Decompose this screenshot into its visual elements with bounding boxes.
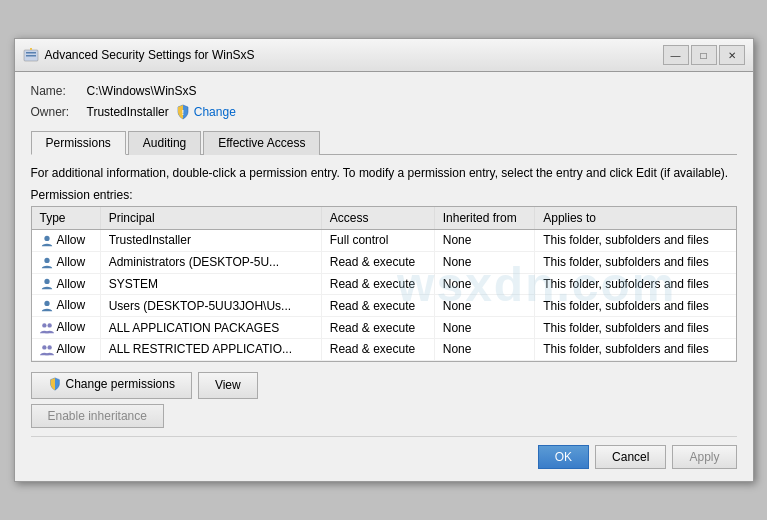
cell-type: Allow	[32, 295, 101, 317]
table-row[interactable]: AllowALL RESTRICTED APPLICATIO...Read & …	[32, 339, 736, 361]
cell-type: Allow	[32, 339, 101, 361]
shield-uac-icon: !	[175, 104, 191, 120]
table-row[interactable]: AllowAdministrators (DESKTOP-5U...Read &…	[32, 251, 736, 273]
title-buttons: — □ ✕	[663, 45, 745, 65]
shield-btn-icon	[48, 377, 62, 391]
title-bar: Advanced Security Settings for WinSxS — …	[15, 39, 753, 72]
table-header-row: Type Principal Access Inherited from App…	[32, 207, 736, 230]
enable-inheritance-button[interactable]: Enable inheritance	[31, 404, 164, 428]
apply-button[interactable]: Apply	[672, 445, 736, 469]
cell-access: Read & execute	[321, 339, 434, 361]
change-owner-link[interactable]: ! Change	[175, 104, 236, 120]
cell-type: Allow	[32, 251, 101, 273]
cell-type: Allow	[32, 229, 101, 251]
svg-point-5	[44, 235, 49, 240]
col-type: Type	[32, 207, 101, 230]
change-permissions-button[interactable]: Change permissions	[31, 372, 192, 399]
description-text: For additional information, double-click…	[31, 165, 737, 182]
name-label: Name:	[31, 84, 87, 98]
cell-inherited: None	[434, 339, 534, 361]
user-icon	[40, 234, 54, 248]
bottom-buttons: Change permissions View Enable inheritan…	[31, 372, 737, 428]
permissions-table: Type Principal Access Inherited from App…	[32, 207, 736, 361]
group-icon	[40, 343, 54, 357]
window-icon	[23, 47, 39, 63]
user-icon	[40, 299, 54, 313]
svg-point-3	[30, 48, 32, 50]
svg-point-12	[47, 345, 51, 349]
table-row[interactable]: AllowALL APPLICATION PACKAGESRead & exec…	[32, 317, 736, 339]
maximize-button[interactable]: □	[691, 45, 717, 65]
cell-applies: This folder, subfolders and files	[535, 339, 736, 361]
cancel-button[interactable]: Cancel	[595, 445, 666, 469]
tabs-container: Permissions Auditing Effective Access	[31, 130, 737, 155]
main-window: Advanced Security Settings for WinSxS — …	[14, 38, 754, 482]
tab-permissions[interactable]: Permissions	[31, 131, 126, 155]
cell-type: Allow	[32, 317, 101, 339]
cell-inherited: None	[434, 273, 534, 295]
owner-content: TrustedInstaller ! Change	[87, 104, 236, 120]
cell-access: Read & execute	[321, 317, 434, 339]
cell-access: Read & execute	[321, 273, 434, 295]
svg-point-9	[42, 323, 46, 327]
minimize-button[interactable]: —	[663, 45, 689, 65]
svg-text:!: !	[182, 109, 184, 116]
table-row[interactable]: AllowUsers (DESKTOP-5UU3JOH\Us...Read & …	[32, 295, 736, 317]
cell-access: Read & execute	[321, 251, 434, 273]
btn-row-2: Enable inheritance	[31, 404, 737, 428]
cell-principal: TrustedInstaller	[100, 229, 321, 251]
name-row: Name: C:\Windows\WinSxS	[31, 84, 737, 98]
close-button[interactable]: ✕	[719, 45, 745, 65]
col-applies: Applies to	[535, 207, 736, 230]
cell-applies: This folder, subfolders and files	[535, 251, 736, 273]
svg-point-10	[47, 323, 51, 327]
footer-buttons: OK Cancel Apply	[31, 436, 737, 469]
cell-principal: Administrators (DESKTOP-5U...	[100, 251, 321, 273]
section-label: Permission entries:	[31, 188, 737, 202]
owner-label: Owner:	[31, 105, 87, 119]
user-icon	[40, 277, 54, 291]
owner-value: TrustedInstaller	[87, 105, 169, 119]
ok-button[interactable]: OK	[538, 445, 589, 469]
svg-rect-2	[26, 55, 36, 57]
svg-point-8	[44, 301, 49, 306]
btn-row-1: Change permissions View	[31, 372, 737, 399]
svg-point-6	[44, 257, 49, 262]
tab-auditing[interactable]: Auditing	[128, 131, 201, 155]
col-access: Access	[321, 207, 434, 230]
cell-applies: This folder, subfolders and files	[535, 295, 736, 317]
cell-access: Read & execute	[321, 295, 434, 317]
group-icon	[40, 321, 54, 335]
cell-inherited: None	[434, 295, 534, 317]
permissions-table-container: Type Principal Access Inherited from App…	[31, 206, 737, 362]
cell-inherited: None	[434, 251, 534, 273]
cell-inherited: None	[434, 229, 534, 251]
table-body: AllowTrustedInstallerFull controlNoneThi…	[32, 229, 736, 360]
view-button[interactable]: View	[198, 372, 258, 399]
cell-type: Allow	[32, 273, 101, 295]
title-bar-left: Advanced Security Settings for WinSxS	[23, 47, 255, 63]
cell-principal: Users (DESKTOP-5UU3JOH\Us...	[100, 295, 321, 317]
cell-inherited: None	[434, 317, 534, 339]
content-area: Name: C:\Windows\WinSxS Owner: TrustedIn…	[15, 72, 753, 481]
tab-effective-access[interactable]: Effective Access	[203, 131, 320, 155]
user-icon	[40, 256, 54, 270]
table-row[interactable]: AllowSYSTEMRead & executeNoneThis folder…	[32, 273, 736, 295]
cell-access: Full control	[321, 229, 434, 251]
table-row[interactable]: AllowTrustedInstallerFull controlNoneThi…	[32, 229, 736, 251]
col-inherited: Inherited from	[434, 207, 534, 230]
name-value: C:\Windows\WinSxS	[87, 84, 197, 98]
svg-point-11	[42, 345, 46, 349]
cell-applies: This folder, subfolders and files	[535, 229, 736, 251]
permissions-table-wrapper: Type Principal Access Inherited from App…	[31, 206, 737, 362]
svg-rect-1	[26, 52, 36, 54]
window-title: Advanced Security Settings for WinSxS	[45, 48, 255, 62]
cell-principal: SYSTEM	[100, 273, 321, 295]
cell-applies: This folder, subfolders and files	[535, 273, 736, 295]
cell-principal: ALL APPLICATION PACKAGES	[100, 317, 321, 339]
cell-principal: ALL RESTRICTED APPLICATIO...	[100, 339, 321, 361]
col-principal: Principal	[100, 207, 321, 230]
owner-row: Owner: TrustedInstaller ! Change	[31, 104, 737, 120]
cell-applies: This folder, subfolders and files	[535, 317, 736, 339]
svg-point-7	[44, 279, 49, 284]
